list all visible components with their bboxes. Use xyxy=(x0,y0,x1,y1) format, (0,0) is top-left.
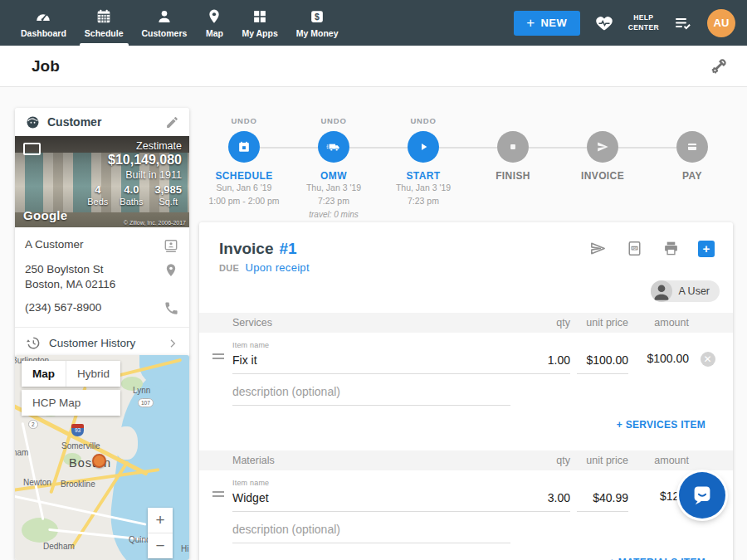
add-materials-item-link[interactable]: + MATERIALS ITEM xyxy=(609,557,706,560)
undo-link[interactable]: UNDO xyxy=(289,116,378,126)
undo-spacer xyxy=(558,116,647,126)
col-amount: amount xyxy=(635,317,689,329)
invoice-number[interactable]: #1 xyxy=(279,240,296,258)
edit-pencil-icon[interactable] xyxy=(165,115,179,129)
pay-step-button[interactable] xyxy=(676,131,708,163)
chevron-right-icon xyxy=(166,337,179,350)
map-layer-row: Map Hybrid xyxy=(22,361,120,387)
address-line1: 250 Boylston St xyxy=(25,262,115,277)
truck-icon xyxy=(325,139,342,155)
customer-history-row[interactable]: Customer History xyxy=(15,327,189,358)
land-peninsula xyxy=(115,426,138,460)
invoice-add-button[interactable]: + xyxy=(698,241,715,257)
material-name-input[interactable] xyxy=(232,487,512,512)
chat-bubble-button[interactable] xyxy=(679,472,725,519)
step-label: PAY xyxy=(647,170,737,182)
health-heart-icon[interactable] xyxy=(594,13,614,33)
nav-tab-schedule[interactable]: Schedule xyxy=(76,0,133,46)
zestimate-block: Zestimate $10,149,080 Built in 1911 4 Be… xyxy=(87,140,182,207)
pdf-icon[interactable]: PDF xyxy=(625,239,644,258)
finish-step-button[interactable] xyxy=(497,131,529,163)
plus-icon: + xyxy=(526,15,535,32)
map-layer-control: Map Hybrid HCP Map xyxy=(22,361,120,416)
customer-phone-row: (234) 567-8900 xyxy=(15,292,189,327)
service-amount: $100.00 xyxy=(635,352,689,374)
schedule-step-button[interactable] xyxy=(228,131,260,163)
step-date: Sun, Jan 6 '19 xyxy=(199,182,289,195)
nav-tab-my-money[interactable]: $ My Money xyxy=(287,0,348,46)
nav-tab-label: My Money xyxy=(296,28,339,38)
zoom-in-button[interactable]: + xyxy=(148,508,173,533)
start-step-button[interactable] xyxy=(408,131,439,163)
app-root: Dashboard Schedule Customers Map xyxy=(0,0,747,560)
material-unit-price-input[interactable] xyxy=(577,487,628,512)
fact-value: 3,985 xyxy=(154,183,182,196)
drag-handle-icon[interactable] xyxy=(212,489,232,512)
user-avatar[interactable]: AU xyxy=(707,9,735,37)
fact-sqft: 3,985 Sq.ft xyxy=(154,183,182,207)
nav-tab-label: Dashboard xyxy=(21,28,66,38)
omw-step-button[interactable] xyxy=(318,131,349,163)
col-qty: qty xyxy=(512,455,570,466)
property-photo[interactable]: Zestimate $10,149,080 Built in 1911 4 Be… xyxy=(15,136,189,227)
hybrid-type-button[interactable]: Hybrid xyxy=(66,361,120,387)
invoice-step-button[interactable] xyxy=(587,131,618,163)
map-label-newton: Newton xyxy=(23,478,51,487)
step-label: INVOICE xyxy=(558,170,647,182)
map-canvas[interactable]: Burlington Lynn Somerville ham Boston Ne… xyxy=(15,355,189,560)
service-name-input[interactable] xyxy=(232,349,512,374)
drag-handle-icon[interactable] xyxy=(212,351,232,374)
chat-icon xyxy=(690,483,715,508)
stop-icon xyxy=(505,139,521,155)
job-location-marker xyxy=(92,454,106,468)
nav-tab-dashboard[interactable]: Dashboard xyxy=(12,0,76,46)
task-list-icon[interactable] xyxy=(673,13,693,33)
workflow-step-omw: UNDO OMW Thu, Jan 3 '19 7:23 pm travel: … xyxy=(289,110,378,221)
step-label: SCHEDULE xyxy=(199,170,289,182)
map-type-button[interactable]: Map xyxy=(22,361,66,387)
help-center-line2: CENTER xyxy=(628,23,659,32)
customer-card-title: Customer xyxy=(47,115,101,129)
help-center-link[interactable]: HELP CENTER xyxy=(628,13,659,32)
phone-icon[interactable] xyxy=(164,300,179,316)
services-title: Services xyxy=(232,317,512,329)
nav-tab-map[interactable]: Map xyxy=(196,0,232,46)
nav-tab-my-apps[interactable]: My Apps xyxy=(232,0,286,46)
material-description-input[interactable] xyxy=(232,519,510,543)
service-qty-input[interactable] xyxy=(512,349,570,374)
send-icon[interactable] xyxy=(588,239,608,258)
print-icon[interactable] xyxy=(662,239,681,258)
svg-text:$: $ xyxy=(315,12,320,22)
service-unit-price-input[interactable] xyxy=(577,349,628,374)
map-label-hingham: Hi xyxy=(181,544,188,553)
hcp-map-button[interactable]: HCP Map xyxy=(22,390,120,416)
remove-item-icon[interactable]: ✕ xyxy=(701,352,715,367)
add-services-item-link[interactable]: + SERVICES ITEM xyxy=(617,419,706,431)
assignee-chip[interactable]: A User xyxy=(651,280,720,302)
invoice-toolbar: PDF + xyxy=(588,239,720,258)
assignee-avatar-icon xyxy=(651,280,672,302)
material-item-row: Item name $122. xyxy=(199,470,733,512)
zoom-out-button[interactable]: − xyxy=(148,533,173,558)
job-settings-icon[interactable] xyxy=(709,56,729,76)
location-pin-icon[interactable] xyxy=(163,262,179,279)
undo-spacer xyxy=(647,116,737,126)
card-icon xyxy=(684,139,701,155)
service-description-input[interactable] xyxy=(232,381,510,406)
face-icon xyxy=(25,114,41,130)
undo-link[interactable]: UNDO xyxy=(378,116,468,126)
service-item-row: Item name $100.00 ✕ xyxy=(199,333,733,374)
help-center-line1: HELP xyxy=(628,13,659,22)
new-button[interactable]: + NEW xyxy=(514,11,580,36)
undo-link[interactable]: UNDO xyxy=(199,116,289,126)
new-button-label: NEW xyxy=(541,17,568,29)
due-terms-link[interactable]: Upon receipt xyxy=(245,261,309,274)
fact-label: Beds xyxy=(87,197,108,207)
nav-tab-label: Customers xyxy=(142,28,188,38)
photo-copyright: © Zillow, Inc. 2006-2017 xyxy=(124,220,186,226)
nav-tab-customers[interactable]: Customers xyxy=(133,0,197,46)
item-name-label: Item name xyxy=(232,341,512,349)
contact-card-icon[interactable] xyxy=(163,237,179,254)
customer-card: Customer Zestimate $10,149,080 Built in … xyxy=(15,108,189,358)
material-qty-input[interactable] xyxy=(512,487,570,512)
